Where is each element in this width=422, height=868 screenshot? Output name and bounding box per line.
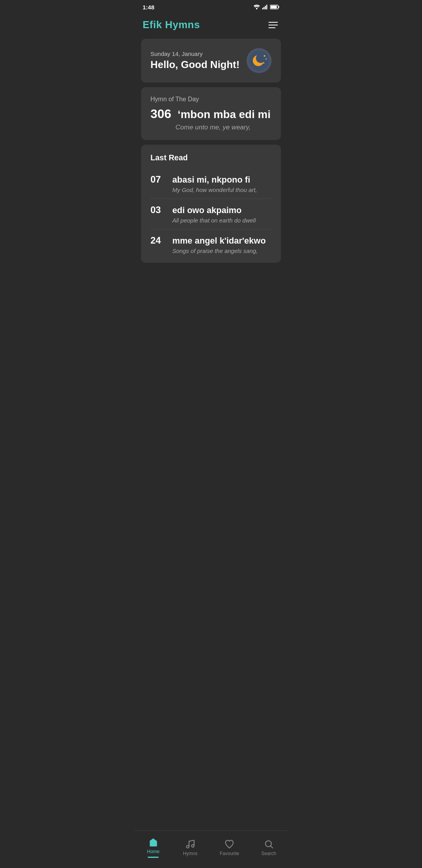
nav-item-search[interactable]: Search <box>255 837 283 859</box>
hymn-day-subtitle: Come unto me, ye weary, <box>175 124 272 131</box>
status-icons <box>254 5 279 9</box>
svg-point-10 <box>256 54 265 63</box>
hymn-entry-1[interactable]: 03 edi owo akpaimo All people that on ea… <box>150 199 272 230</box>
battery-icon <box>270 5 279 9</box>
hymn-entry-number-0: 07 <box>150 174 166 185</box>
header: Efik Hymns <box>135 14 287 39</box>
svg-point-11 <box>264 55 265 57</box>
hymn-of-day-card[interactable]: Hymn of The Day 306 ‘mbon mba edi mi Com… <box>141 87 281 140</box>
home-icon <box>148 837 158 847</box>
hymn-entry-subtitle-0: My God, how wonderful thou art, <box>172 187 272 193</box>
nav-item-home[interactable]: Home <box>139 835 167 860</box>
search-icon <box>264 839 274 849</box>
svg-point-12 <box>266 59 267 60</box>
last-read-card: Last Read 07 abasi mi, nkpono fi My God,… <box>141 145 281 263</box>
moon-icon <box>247 48 272 73</box>
hymn-entry-row-2: 24 mme angel k'idar'ekwo <box>150 235 272 246</box>
signal-icon <box>262 5 268 9</box>
hymn-entry-0[interactable]: 07 abasi mi, nkpono fi My God, how wonde… <box>150 169 272 199</box>
menu-button[interactable] <box>267 20 279 30</box>
nav-label-hymns: Hymns <box>183 851 197 856</box>
hymn-day-label: Hymn of The Day <box>150 96 272 103</box>
hymn-entry-subtitle-2: Songs of praise the angels sang, <box>172 247 272 254</box>
greeting-text-block: Sunday 14, January Hello, Good Night! <box>150 50 240 71</box>
last-read-title: Last Read <box>150 153 272 162</box>
wifi-icon <box>254 5 260 9</box>
hymn-entry-row-1: 03 edi owo akpaimo <box>150 204 272 215</box>
hymn-day-number: 306 <box>150 107 171 121</box>
svg-point-0 <box>256 8 257 9</box>
svg-rect-4 <box>266 5 268 9</box>
hymn-entry-subtitle-1: All people that on earth do dwell <box>172 217 272 224</box>
active-indicator <box>148 857 159 858</box>
hymn-entry-2[interactable]: 24 mme angel k'idar'ekwo Songs of praise… <box>150 230 272 254</box>
svg-rect-3 <box>265 6 266 9</box>
hymn-day-row: 306 ‘mbon mba edi mi <box>150 107 272 121</box>
hymn-entry-title-2: mme angel k'idar'ekwo <box>172 236 266 246</box>
nav-label-favourite: Favourite <box>220 851 239 856</box>
music-icon <box>185 839 195 849</box>
nav-label-home: Home <box>147 849 159 854</box>
svg-rect-1 <box>262 8 263 9</box>
app-title: Efik Hymns <box>143 19 200 31</box>
nav-item-favourite[interactable]: Favourite <box>213 837 245 859</box>
greeting-message: Hello, Good Night! <box>150 59 240 71</box>
nav-label-search: Search <box>261 851 276 856</box>
svg-rect-6 <box>279 6 279 8</box>
bottom-nav: Home Hymns Favourite Search <box>135 830 287 868</box>
svg-rect-7 <box>271 6 277 9</box>
status-time: 1:48 <box>143 4 154 11</box>
svg-line-17 <box>271 846 273 848</box>
heart-icon <box>224 839 234 849</box>
svg-point-13 <box>263 63 265 64</box>
hymn-entry-number-1: 03 <box>150 204 166 215</box>
svg-point-15 <box>191 845 194 847</box>
hymn-entry-title-1: edi owo akpaimo <box>172 205 241 215</box>
hymn-entry-row-0: 07 abasi mi, nkpono fi <box>150 174 272 185</box>
svg-rect-2 <box>264 7 265 10</box>
night-moon-svg <box>249 50 269 71</box>
hymn-entry-number-2: 24 <box>150 235 166 246</box>
status-bar: 1:48 <box>135 0 287 14</box>
nav-item-hymns[interactable]: Hymns <box>177 837 204 859</box>
hymn-entry-title-0: abasi mi, nkpono fi <box>172 175 250 185</box>
greeting-date: Sunday 14, January <box>150 50 240 57</box>
main-content: Sunday 14, January Hello, Good Night! Hy… <box>135 39 287 303</box>
hymn-day-title: ‘mbon mba edi mi <box>177 108 270 121</box>
svg-point-14 <box>186 845 189 848</box>
greeting-card: Sunday 14, January Hello, Good Night! <box>141 39 281 82</box>
